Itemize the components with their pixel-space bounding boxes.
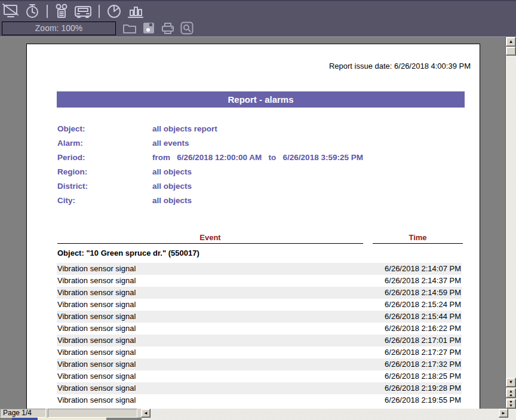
- meta-value: all events: [152, 139, 189, 148]
- vertical-scrollbar[interactable]: ▲ ▼ ▲▲ ▼▼: [505, 37, 516, 409]
- meta-row: Alarm:all events: [57, 136, 469, 151]
- meta-value: all objects: [152, 182, 192, 191]
- scroll-up-button[interactable]: ▲: [506, 37, 516, 47]
- table-row: Vibration sensor signal 6/26/2018 2:17:0…: [57, 335, 462, 347]
- event-cell: Vibration sensor signal: [57, 311, 136, 323]
- vertical-scroll-thumb[interactable]: [506, 47, 516, 56]
- event-cell: Vibration sensor signal: [57, 299, 136, 311]
- event-cell: Vibration sensor signal: [57, 394, 136, 406]
- time-cell: 6/26/2018 2:14:07 PM: [385, 263, 461, 275]
- background-window-edge: [0, 418, 516, 420]
- report-preview-area: Report issue date: 6/26/2018 4:00:39 PM …: [0, 37, 505, 409]
- event-table: Vibration sensor signal 6/26/2018 2:14:0…: [57, 263, 462, 406]
- meta-label: Period:: [57, 151, 152, 165]
- meta-label: Region:: [57, 165, 152, 179]
- table-row: Vibration sensor signal 6/26/2018 2:14:0…: [57, 263, 462, 275]
- time-cell: 6/26/2018 2:17:32 PM: [385, 358, 461, 370]
- zoom-level-indicator[interactable]: Zoom: 100%: [2, 22, 116, 35]
- previous-page-button[interactable]: ▲▲: [506, 388, 516, 398]
- print-icon[interactable]: [161, 22, 175, 35]
- background-window-fragment: [12, 418, 38, 420]
- table-row: Vibration sensor signal 6/26/2018 2:14:3…: [57, 275, 462, 287]
- alarm-clock-icon[interactable]: [24, 4, 40, 19]
- time-cell: 6/26/2018 2:19:55 PM: [385, 394, 461, 406]
- event-cell: Vibration sensor signal: [57, 275, 136, 287]
- scroll-right-button[interactable]: ►: [499, 409, 508, 418]
- meta-value: all objects: [152, 196, 192, 205]
- table-row: Vibration sensor signal 6/26/2018 2:19:5…: [57, 394, 462, 406]
- object-group-header: Object: "10 Green spruce dr." (550017): [57, 249, 199, 257]
- table-row: Vibration sensor signal 6/26/2018 2:15:4…: [57, 311, 462, 323]
- time-cell: 6/26/2018 2:17:01 PM: [385, 335, 461, 347]
- meta-row: Region:all objects: [57, 165, 469, 179]
- recorder-icon[interactable]: [54, 4, 69, 19]
- toolbar-row-file: [122, 21, 194, 35]
- car-icon[interactable]: [74, 4, 92, 19]
- meta-value: all objects: [152, 167, 192, 176]
- event-cell: Vibration sensor signal: [57, 263, 136, 275]
- meta-label: Alarm:: [57, 136, 152, 151]
- meta-row: District:all objects: [57, 179, 469, 194]
- table-row: Vibration sensor signal 6/26/2018 2:16:2…: [57, 323, 462, 335]
- meta-row: Period:from 6/26/2018 12:00:00 AM to 6/2…: [57, 151, 469, 165]
- main-toolbar: Zoom: 100%: [0, 0, 516, 37]
- status-panel-empty: [48, 409, 137, 418]
- time-cell: 6/26/2018 2:15:24 PM: [385, 299, 461, 311]
- report-page: Report issue date: 6/26/2018 4:00:39 PM …: [26, 44, 480, 409]
- pie-chart-icon[interactable]: [106, 4, 122, 19]
- table-row: Vibration sensor signal 6/26/2018 2:19:2…: [57, 382, 462, 394]
- horizontal-scrollbar[interactable]: ◄ ►: [141, 409, 516, 418]
- report-meta: Object:all objects report Alarm:all even…: [57, 122, 469, 208]
- time-cell: 6/26/2018 2:19:28 PM: [385, 382, 461, 394]
- event-cell: Vibration sensor signal: [57, 323, 136, 335]
- column-header-time: Time: [373, 233, 463, 244]
- time-cell: 6/26/2018 2:15:44 PM: [385, 311, 461, 323]
- meta-value: all objects report: [152, 124, 217, 133]
- time-cell: 6/26/2018 2:14:59 PM: [385, 287, 461, 299]
- report-issue-date: Report issue date: 6/26/2018 4:00:39 PM: [329, 62, 471, 70]
- background-window-fragment: [38, 418, 106, 420]
- toolbar-separator: [47, 5, 48, 18]
- table-row: Vibration sensor signal 6/26/2018 2:17:2…: [57, 347, 462, 358]
- vertical-scroll-track[interactable]: [506, 56, 516, 378]
- meta-row: Object:all objects report: [57, 122, 469, 136]
- event-cell: Vibration sensor signal: [57, 370, 136, 382]
- time-cell: 6/26/2018 2:17:27 PM: [385, 347, 461, 358]
- meta-row: City:all objects: [57, 194, 469, 208]
- meta-label: Object:: [57, 122, 152, 136]
- scroll-down-button[interactable]: ▼: [506, 378, 516, 387]
- meta-label: District:: [57, 179, 152, 194]
- background-window-fragment: [106, 418, 142, 420]
- meta-value: from 6/26/2018 12:00:00 AM to 6/26/2018 …: [152, 153, 363, 162]
- table-row: Vibration sensor signal 6/26/2018 2:17:3…: [57, 358, 462, 370]
- event-cell: Vibration sensor signal: [57, 382, 136, 394]
- meta-label: City:: [57, 194, 152, 208]
- page-indicator: Page 1/4: [0, 409, 46, 418]
- event-cell: Vibration sensor signal: [57, 287, 136, 299]
- monitor-off-icon[interactable]: [2, 4, 19, 19]
- background-window-fragment: [0, 418, 12, 420]
- event-cell: Vibration sensor signal: [57, 335, 136, 347]
- search-icon[interactable]: [180, 22, 194, 35]
- event-cell: Vibration sensor signal: [57, 347, 136, 358]
- table-row: Vibration sensor signal 6/26/2018 2:14:5…: [57, 287, 462, 299]
- toolbar-row-main: [2, 3, 144, 20]
- save-icon[interactable]: [142, 22, 155, 35]
- time-cell: 6/26/2018 2:18:25 PM: [385, 370, 461, 382]
- open-folder-icon[interactable]: [122, 22, 137, 35]
- table-row: Vibration sensor signal 6/26/2018 2:18:2…: [57, 370, 462, 382]
- report-viewer-window: Zoom: 100%: [0, 0, 516, 420]
- time-cell: 6/26/2018 2:16:22 PM: [385, 323, 461, 335]
- scroll-left-button[interactable]: ◄: [141, 409, 150, 418]
- bar-chart-icon[interactable]: [127, 4, 144, 19]
- column-header-event: Event: [57, 233, 363, 244]
- event-cell: Vibration sensor signal: [57, 358, 136, 370]
- next-page-button[interactable]: ▼▼: [506, 399, 516, 409]
- table-row: Vibration sensor signal 6/26/2018 2:15:2…: [57, 299, 462, 311]
- toolbar-separator: [99, 5, 100, 18]
- time-cell: 6/26/2018 2:14:37 PM: [385, 275, 461, 287]
- report-title: Report - alarms: [57, 91, 465, 108]
- status-bar: Page 1/4 ◄ ►: [0, 409, 516, 418]
